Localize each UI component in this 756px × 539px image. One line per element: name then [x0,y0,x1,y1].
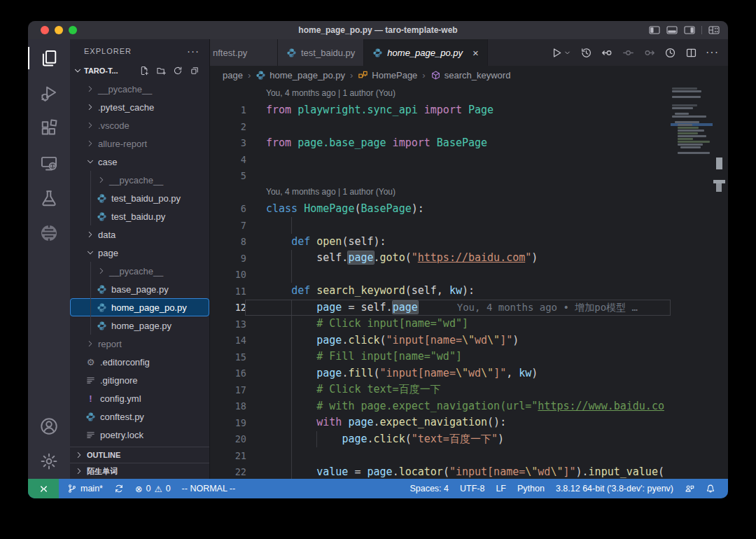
explorer-more-actions-button[interactable]: ··· [187,45,200,57]
toggle-primary-sidebar-button[interactable] [649,26,660,34]
project-section-header[interactable]: TARO-T... [70,62,209,78]
gitlens-open-changes-button[interactable] [601,47,613,59]
status-branch[interactable]: main* [62,479,108,498]
breadcrumb-item-page[interactable]: page [223,70,243,80]
tree-item-base_page.py[interactable]: base_page.py [70,280,209,298]
activity-item-remote-explorer[interactable] [28,146,70,181]
tree-item-poetry.lock[interactable]: poetry.lock [70,426,209,444]
code-line-16[interactable]: 16 page.fill("input[name=\"wd\"]", kw) [210,365,671,382]
code-line-3[interactable]: 3from page.base_page import BasePage [210,135,671,152]
tree-item-page[interactable]: page [70,244,209,262]
status-sync[interactable] [108,479,130,498]
code-line-18[interactable]: 18 # with page.expect_navigation(url="ht… [210,398,671,415]
code-line-20[interactable]: 20 page.click("text=百度一下") [210,431,671,448]
status-interpreter[interactable]: 3.8.12 64-bit ('3.8-dev': pyenv) [550,479,679,498]
code-line-7[interactable]: 7 [210,217,671,234]
tab-nftest.py[interactable]: nftest.py [210,39,278,66]
gitlens-next-change-button[interactable] [643,47,655,59]
tree-item-home_page_po.py[interactable]: home_page_po.py [70,298,209,316]
activity-item-extensions[interactable] [28,111,70,146]
status-indentation[interactable]: Spaces: 4 [404,479,454,498]
code-line-9[interactable]: 9 self.page.goto("https://baidu.com") [210,250,671,267]
code-line-4[interactable]: 4 [210,151,671,168]
activity-item-testing[interactable] [28,181,70,216]
tree-item-__pycache__[interactable]: __pycache__ [70,171,209,189]
tree-item-.gitignore[interactable]: .gitignore [70,371,209,389]
tree-item-case[interactable]: case [70,153,209,171]
code-line-14[interactable]: 14 page.click("input[name=\"wd\"]") [210,332,671,349]
tree-item-label: .editorconfig [100,357,150,368]
tree-item-config.yml[interactable]: !config.yml [70,389,209,407]
minimize-button[interactable] [55,26,63,34]
activity-item-settings[interactable] [28,444,70,479]
breadcrumb-item-HomePage[interactable]: HomePage [358,70,417,80]
tab-close-icon[interactable]: × [472,48,479,58]
code-line-22[interactable]: 22 value = page.locator("input[name=\"wd… [210,464,671,479]
code-line-6[interactable]: 6class HomePage(BasePage): [210,201,671,218]
customize-layout-button[interactable] [708,26,720,34]
chevron-right-icon [74,466,84,476]
code-line-2[interactable]: 2 [210,118,671,135]
tree-item-home_page.py[interactable]: home_page.py [70,316,209,335]
status-language[interactable]: Python [512,479,550,498]
more-actions-button[interactable]: ··· [706,47,718,59]
status-notifications[interactable] [700,479,721,498]
code-line-15[interactable]: 15 # Fill input[name="wd"] [210,349,671,365]
toggle-secondary-sidebar-button[interactable] [684,26,695,34]
tree-item-.editorconfig[interactable]: ⚙.editorconfig [70,353,209,371]
outline-section[interactable]: OUTLINE [70,447,209,463]
status-eol[interactable]: LF [490,479,512,498]
timeline-button[interactable] [580,47,592,59]
code-line-21[interactable]: 21 [210,447,671,464]
minimap[interactable] [671,85,713,166]
gitlens-heatmap-button[interactable] [622,47,634,59]
split-editor-button[interactable] [685,47,697,59]
gitlens-codelens[interactable]: You, 4 months ago | 1 author (You) [210,184,671,201]
new-file-button[interactable] [139,66,149,76]
zoom-button[interactable] [69,26,77,34]
breadcrumb-item-home_page_po.py[interactable]: home_page_po.py [255,70,345,80]
status-encoding[interactable]: UTF-8 [454,479,490,498]
code-editor[interactable]: You, 4 months ago | 1 author (You)1from … [210,85,728,479]
unfamiliar-words-section[interactable]: 陌生单词 [70,463,209,479]
tab-home_page_po.py[interactable]: home_page_po.py× [364,39,487,66]
collapse-all-button[interactable] [190,66,200,76]
tree-item-.vscode[interactable]: .vscode [70,116,209,134]
activity-item-custom-extension[interactable] [28,216,70,251]
tree-item-data[interactable]: data [70,225,209,244]
code-line-19[interactable]: 19 with page.expect_navigation(): [210,414,671,431]
code-line-17[interactable]: 17 # Click text=百度一下 [210,382,671,398]
code-line-1[interactable]: 1from playwright.sync_api import Page [210,102,671,119]
tree-item-__pycache__[interactable]: __pycache__ [70,262,209,280]
activity-item-explorer[interactable] [28,41,70,76]
code-line-13[interactable]: 13 # Click input[name="wd"] [210,316,671,332]
tree-item-conftest.py[interactable]: conftest.py [70,407,209,426]
status-problems[interactable]: ⊗0⚠0 [130,479,176,498]
code-line-11[interactable]: 11 def search_keyword(self, kw): [210,283,671,300]
code-line-8[interactable]: 8 def open(self): [210,234,671,251]
new-folder-button[interactable] [156,66,166,76]
tree-item-.pytest_cache[interactable]: .pytest_cache [70,98,209,116]
activity-item-accounts[interactable] [28,409,70,444]
gitlens-codelens[interactable]: You, 4 months ago | 1 author (You) [210,85,671,102]
gitlens-file-blame-button[interactable] [664,47,676,59]
run-button[interactable] [551,47,571,59]
status-feedback[interactable] [679,479,700,498]
chevron-down-icon[interactable] [564,49,571,57]
tree-item-__pycache__[interactable]: __pycache__ [70,80,209,98]
tree-item-allure-report[interactable]: allure-report [70,134,209,153]
breadcrumb-item-search_keyword[interactable]: search_keyword [430,70,511,80]
code-line-10[interactable]: 10 [210,267,671,284]
activity-item-run-debug[interactable] [28,76,70,111]
refresh-button[interactable] [173,66,183,76]
toggle-panel-button[interactable] [666,26,678,34]
close-button[interactable] [41,26,49,34]
remote-indicator[interactable] [28,479,59,498]
code-line-5[interactable]: 5 [210,168,671,185]
code-line-12[interactable]: 12 page = self.pageYou, 4 months ago • 增… [210,300,671,316]
tree-item-report[interactable]: report [70,335,209,353]
tree-item-test_baidu.py[interactable]: test_baidu.py [70,207,209,225]
status-vim-mode[interactable]: -- NORMAL -- [176,479,241,498]
tree-item-test_baidu_po.py[interactable]: test_baidu_po.py [70,189,209,207]
tab-test_baidu.py[interactable]: test_baidu.py [278,39,364,66]
